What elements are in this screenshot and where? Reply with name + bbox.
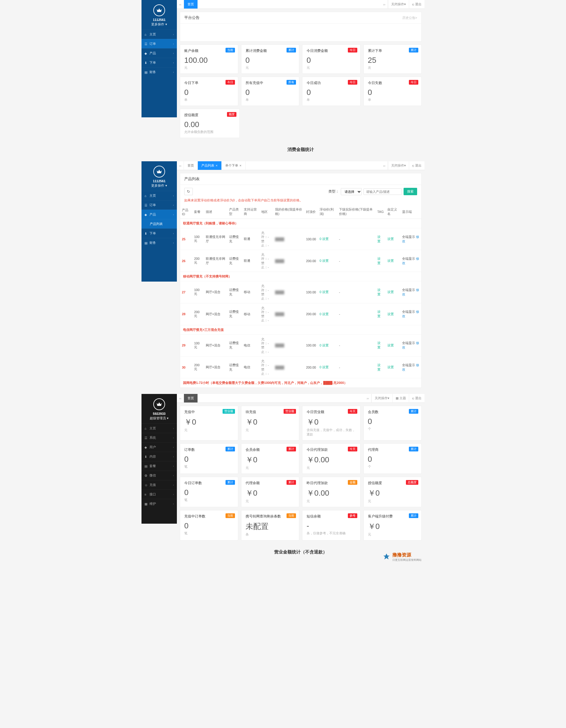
topbar: ‹‹ 首页 ›› 关闭操作▾ ⎋退出 xyxy=(177,0,425,9)
name-set[interactable]: 设置 xyxy=(387,365,394,369)
more-ops[interactable]: 更多操作 ▾ xyxy=(151,22,167,27)
exit-icon: ⎋ xyxy=(412,3,414,6)
modify-link[interactable]: 修改 xyxy=(402,257,419,265)
nav-内容[interactable]: ⬇内容‹ xyxy=(141,452,177,461)
modify-link[interactable]: 修改 xyxy=(402,235,419,243)
table-row: 26200元联通慢充非网厅话费慢充联通允许：-禁止：-████200.000 设… xyxy=(180,250,421,272)
modify-link[interactable]: 修改 xyxy=(402,288,419,296)
type-select[interactable]: 请选择 xyxy=(341,188,362,195)
chevron-icon: ‹ xyxy=(173,42,174,45)
stat-card: 会员数累计0个 xyxy=(363,406,422,441)
nav-订单[interactable]: ☰订单‹ xyxy=(141,200,177,210)
table-row: 27100元网厅+混合话费慢充移动允许：-禁止：-████100.000 设置-… xyxy=(180,281,421,303)
nav-icon: ☰ xyxy=(144,42,148,45)
sidebar: 1112561 更多操作 ▾ ⌂主页‹☰订单‹◆产品‹⬇下单‹▤财务‹ xyxy=(141,0,177,117)
chevron-icon: ‹ xyxy=(173,194,174,197)
tab-home[interactable]: 首页 xyxy=(184,394,198,402)
more-ops[interactable]: 更多操作 ▾ xyxy=(151,183,167,188)
float-set[interactable]: 0 设置 xyxy=(320,237,329,241)
watermark-icon xyxy=(382,553,391,561)
tabs-next[interactable]: ›› xyxy=(364,394,371,402)
nav-主页[interactable]: ⌂主页‹ xyxy=(141,191,177,200)
close-icon[interactable]: ✕ xyxy=(239,164,242,167)
theme-btn[interactable]: ▦主题 xyxy=(392,394,409,402)
float-set[interactable]: 0 设置 xyxy=(320,344,329,347)
float-set[interactable]: 0 设置 xyxy=(320,312,329,316)
tabs-next[interactable]: ›› xyxy=(381,0,388,9)
stat-card: 昨日代理加款金额￥0.00元 xyxy=(302,477,361,507)
search-input[interactable] xyxy=(363,188,402,195)
nav-订单[interactable]: ☰订单‹ xyxy=(141,39,177,48)
name-set[interactable]: 设置 xyxy=(387,312,394,316)
nav-下单[interactable]: ⬇下单‹ xyxy=(141,229,177,238)
nav-财务[interactable]: ▤财务‹ xyxy=(141,67,177,77)
nav-产品[interactable]: ◆产品‹ xyxy=(141,48,177,58)
topbar: ‹‹ 首页 ›› 关闭操作▾ ▦主题 ⎋退出 xyxy=(177,394,425,403)
modify-link[interactable]: 修改 xyxy=(402,363,419,371)
exit-btn[interactable]: ⎋退出 xyxy=(409,161,425,170)
nav-系统[interactable]: ☰系统‹ xyxy=(141,433,177,442)
close-ops[interactable]: 关闭操作▾ xyxy=(388,161,409,170)
tab-home[interactable]: 首页 xyxy=(184,161,198,170)
nav-套餐[interactable]: ▤套餐‹ xyxy=(141,461,177,471)
tabs-prev[interactable]: ‹‹ xyxy=(177,0,184,9)
stat-card: 所有充值中所有0单 xyxy=(241,77,300,106)
float-set[interactable]: 0 设置 xyxy=(320,365,329,369)
nav-接口[interactable]: ≡接口‹ xyxy=(141,489,177,499)
tag-set[interactable]: 设置 xyxy=(377,235,381,243)
tag-set[interactable]: 设置 xyxy=(377,288,381,296)
nav-主页[interactable]: ⌂主页‹ xyxy=(141,29,177,39)
tabs-prev[interactable]: ‹‹ xyxy=(177,161,184,170)
name-set[interactable]: 设置 xyxy=(387,344,394,347)
nav-icon: ◆ xyxy=(144,52,148,55)
nav-产品[interactable]: ◆产品‹ xyxy=(141,210,177,219)
close-ops[interactable]: 关闭操作▾ xyxy=(388,0,409,9)
chevron-icon: ‹ xyxy=(173,493,174,496)
table-row: 30200元网厅+混合话费慢充电信允许：-禁止：-████200.000 设置-… xyxy=(180,356,421,378)
tab-home[interactable]: 首页 xyxy=(184,0,198,9)
tab-product-list[interactable]: 产品列表✕ xyxy=(198,161,222,170)
nav-财务[interactable]: ▤财务‹ xyxy=(141,238,177,247)
nav-下单[interactable]: ⬇下单‹ xyxy=(141,58,177,67)
float-set[interactable]: 0 设置 xyxy=(320,259,329,262)
modify-link[interactable]: 修改 xyxy=(402,310,419,318)
logo-block: 1112561 更多操作 ▾ xyxy=(141,0,177,29)
stat-card: 今日营业额今天￥0含待充值，充值中，成功，失败，退款 xyxy=(302,406,361,441)
nav-用户[interactable]: ◆用户‹ xyxy=(141,442,177,452)
name-set[interactable]: 设置 xyxy=(387,237,394,241)
float-set[interactable]: 0 设置 xyxy=(320,290,329,294)
nav-维护[interactable]: ▦维护‹ xyxy=(141,499,177,508)
nav-微信[interactable]: ⚙微信‹ xyxy=(141,471,177,480)
sidebar: 1112561 更多操作 ▾ ⌂主页‹☰订单‹◆产品‹产品列表⬇下单‹▤财务‹ xyxy=(141,161,177,282)
tag-set[interactable]: 设置 xyxy=(377,341,381,349)
stat-card: 充值中营业额￥0元 xyxy=(180,406,238,441)
notice-history[interactable]: 历史公告> xyxy=(402,16,417,20)
close-icon[interactable]: ✕ xyxy=(215,164,218,167)
group-header: 移动网厅慢充（不支持携号转网） xyxy=(180,272,421,281)
refresh-button[interactable]: ↻ xyxy=(184,188,193,195)
nav-充值[interactable]: ☺充值‹ xyxy=(141,480,177,489)
tabs-next[interactable]: ›› xyxy=(381,161,388,170)
chevron-icon: ‹ xyxy=(173,241,174,244)
dashboard-admin: 5922933 超级管理员 ▾ ⌂主页‹☰系统‹◆用户‹⬇内容‹▤套餐‹⚙微信‹… xyxy=(141,394,425,564)
tag-set[interactable]: 设置 xyxy=(377,257,381,265)
name-set[interactable]: 设置 xyxy=(387,290,394,294)
close-ops[interactable]: 关闭操作▾ xyxy=(371,394,392,402)
modify-link[interactable]: 修改 xyxy=(402,341,419,349)
nav-icon: ▤ xyxy=(144,70,148,74)
table-row: 29100元网厅+混合话费慢充电信允许：-禁止：-████100.000 设置-… xyxy=(180,334,421,356)
type-label: 类型： xyxy=(328,189,339,194)
name-set[interactable]: 设置 xyxy=(387,259,394,262)
role-label[interactable]: 超级管理员 ▾ xyxy=(150,416,169,420)
stat-card: 累计下单累计25次 xyxy=(363,45,422,74)
exit-btn[interactable]: ⎋退出 xyxy=(409,0,425,9)
exit-btn[interactable]: ⎋退出 xyxy=(409,394,425,402)
search-button[interactable]: 搜索 xyxy=(404,188,417,195)
nav-sub-产品列表[interactable]: 产品列表 xyxy=(141,219,177,229)
tab-single-order[interactable]: 单个下单✕ xyxy=(222,161,246,170)
tag-set[interactable]: 设置 xyxy=(377,363,381,371)
panel-title: 产品列表 xyxy=(184,176,200,182)
nav-主页[interactable]: ⌂主页‹ xyxy=(141,423,177,433)
tag-set[interactable]: 设置 xyxy=(377,310,381,318)
tabs-prev[interactable]: ‹‹ xyxy=(177,394,184,402)
